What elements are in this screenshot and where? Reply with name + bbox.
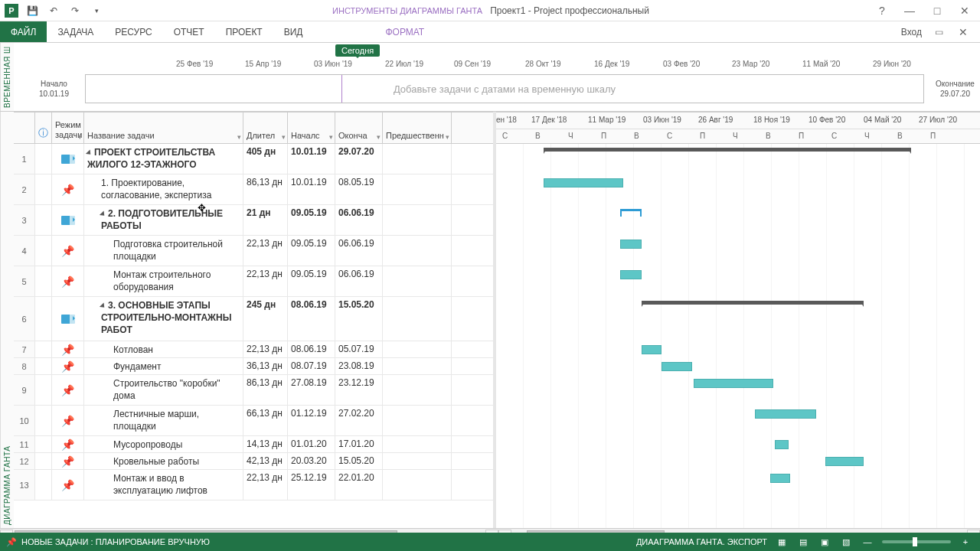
close-button[interactable]: ✕: [956, 3, 974, 18]
start-cell[interactable]: 09.05.19: [288, 205, 335, 235]
predecessor-cell[interactable]: [383, 453, 452, 469]
mode-cell[interactable]: 📌: [52, 436, 84, 452]
mode-cell[interactable]: 📌: [52, 406, 84, 435]
grid-body[interactable]: 1ПРОЕКТ СТРОИТЕЛЬСТВА ЖИЛОГО 12-ЭТАЖНОГО…: [14, 144, 493, 528]
mode-cell[interactable]: 📌: [52, 341, 84, 357]
summary-bar[interactable]: [642, 301, 864, 307]
row-number[interactable]: 1: [14, 144, 35, 174]
table-row[interactable]: 4📌Подготовка строительной площадки22,13 …: [14, 236, 493, 266]
table-row[interactable]: 11📌Мусоропроводы14,13 дн01.01.2017.01.20: [14, 436, 493, 453]
mode-cell[interactable]: [52, 297, 84, 341]
row-number[interactable]: 4: [14, 236, 35, 266]
row-number[interactable]: 10: [14, 406, 35, 435]
finish-cell[interactable]: 22.01.20: [335, 470, 383, 500]
row-number[interactable]: 11: [14, 436, 35, 452]
duration-cell[interactable]: 22,13 дн: [243, 341, 288, 357]
task-name-cell[interactable]: Монтаж строительного оборудования: [84, 266, 243, 296]
subwindow-close-button[interactable]: ✕: [954, 24, 972, 40]
view-vertical-label[interactable]: ДИАГРАММА ГАНТА: [0, 112, 14, 528]
zoom-in-button[interactable]: +: [959, 535, 972, 549]
task-name-cell[interactable]: 2. ПОДГОТОВИТЕЛЬНЫЕ РАБОТЫ: [84, 205, 243, 235]
start-cell[interactable]: 08.06.19: [288, 297, 335, 341]
start-cell[interactable]: 09.05.19: [288, 266, 335, 296]
gantt-body[interactable]: [496, 144, 980, 528]
task-bar[interactable]: [620, 270, 642, 279]
mode-cell[interactable]: 📌: [52, 174, 84, 204]
finish-cell[interactable]: 29.07.20: [335, 144, 383, 174]
task-name-cell[interactable]: Котлован: [84, 341, 243, 357]
predecessor-cell[interactable]: [383, 174, 452, 204]
start-cell[interactable]: 20.03.20: [288, 453, 335, 469]
predecessor-cell[interactable]: [383, 406, 452, 435]
col-header-indicator[interactable]: ⓘ: [35, 112, 52, 143]
finish-cell[interactable]: 08.05.19: [335, 174, 383, 204]
summary-bar[interactable]: [544, 148, 911, 154]
table-row[interactable]: 12📌Кровельные работы42,13 дн20.03.2015.0…: [14, 453, 493, 470]
zoom-slider[interactable]: [882, 540, 951, 543]
duration-cell[interactable]: 245 дн: [243, 297, 288, 341]
task-name-cell[interactable]: Монтаж и ввод в эксплуатацию лифтов: [84, 470, 243, 500]
undo-button[interactable]: ↶: [46, 3, 61, 18]
zoom-out-button[interactable]: —: [861, 535, 874, 549]
start-cell[interactable]: 10.01.19: [288, 144, 335, 174]
task-name-cell[interactable]: Кровельные работы: [84, 453, 243, 469]
row-number[interactable]: 5: [14, 266, 35, 296]
task-bar[interactable]: [775, 440, 789, 449]
finish-cell[interactable]: 15.05.20: [335, 453, 383, 469]
view-grid-icon[interactable]: ▤: [796, 535, 810, 549]
maximize-button[interactable]: □: [928, 3, 946, 18]
duration-cell[interactable]: 22,13 дн: [243, 266, 288, 296]
qat-customize[interactable]: ▾: [89, 3, 104, 18]
duration-cell[interactable]: 86,13 дн: [243, 375, 288, 405]
predecessor-cell[interactable]: [383, 266, 452, 296]
mode-cell[interactable]: [52, 205, 84, 235]
row-number[interactable]: 13: [14, 470, 35, 500]
finish-cell[interactable]: 06.06.19: [335, 236, 383, 266]
mode-cell[interactable]: 📌: [52, 470, 84, 500]
duration-cell[interactable]: 22,13 дн: [243, 470, 288, 500]
task-name-cell[interactable]: Лестничные марши, площадки: [84, 406, 243, 435]
start-cell[interactable]: 09.05.19: [288, 236, 335, 266]
table-row[interactable]: 13📌Монтаж и ввод в эксплуатацию лифтов22…: [14, 470, 493, 500]
timeline-track[interactable]: Добавьте задачи с датами на временную шк…: [85, 74, 924, 103]
duration-cell[interactable]: 405 дн: [243, 144, 288, 174]
mode-cell[interactable]: 📌: [52, 236, 84, 266]
start-cell[interactable]: 10.01.19: [288, 174, 335, 204]
col-header-name[interactable]: Название задачи▾: [84, 112, 243, 143]
finish-cell[interactable]: 06.06.19: [335, 266, 383, 296]
row-number[interactable]: 8: [14, 358, 35, 374]
row-number[interactable]: 7: [14, 341, 35, 357]
tab-вид[interactable]: ВИД: [273, 21, 314, 42]
table-row[interactable]: 9📌Строительство "коробки" дома86,13 дн27…: [14, 375, 493, 406]
task-bar[interactable]: [620, 240, 642, 249]
redo-button[interactable]: ↷: [67, 3, 83, 18]
outline-toggle-icon[interactable]: [86, 149, 93, 156]
row-number[interactable]: 3: [14, 205, 35, 235]
predecessor-cell[interactable]: [383, 144, 452, 174]
finish-cell[interactable]: 17.01.20: [335, 436, 383, 452]
predecessor-cell[interactable]: [383, 341, 452, 357]
col-header-mode[interactable]: Режим задачи▾: [52, 112, 84, 143]
duration-cell[interactable]: 66,13 дн: [243, 406, 288, 435]
task-name-cell[interactable]: 1. Проектирование, согласование, эксперт…: [84, 174, 243, 204]
task-name-cell[interactable]: ПРОЕКТ СТРОИТЕЛЬСТВА ЖИЛОГО 12-ЭТАЖНОГО: [84, 144, 243, 174]
finish-cell[interactable]: 05.07.19: [335, 341, 383, 357]
duration-cell[interactable]: 21 дн: [243, 205, 288, 235]
mode-cell[interactable]: 📌: [52, 358, 84, 374]
finish-cell[interactable]: 23.12.19: [335, 375, 383, 405]
outline-toggle-icon[interactable]: [100, 210, 106, 217]
table-row[interactable]: 7📌Котлован22,13 дн08.06.1905.07.19: [14, 341, 493, 358]
save-button[interactable]: 💾: [24, 3, 40, 18]
predecessor-cell[interactable]: [383, 297, 452, 341]
task-bar[interactable]: [642, 345, 662, 354]
col-header-finish[interactable]: Оконча▾: [335, 112, 383, 143]
task-name-cell[interactable]: Фундамент: [84, 358, 243, 374]
start-cell[interactable]: 08.06.19: [288, 341, 335, 357]
duration-cell[interactable]: 36,13 дн: [243, 358, 288, 374]
tab-ресурс[interactable]: РЕСУРС: [104, 21, 162, 42]
tab-file[interactable]: ФАЙЛ: [0, 21, 47, 42]
col-header-start[interactable]: Началс▾: [288, 112, 335, 143]
start-cell[interactable]: 01.01.20: [288, 436, 335, 452]
task-bar[interactable]: [770, 474, 790, 483]
task-bar[interactable]: [662, 362, 692, 371]
